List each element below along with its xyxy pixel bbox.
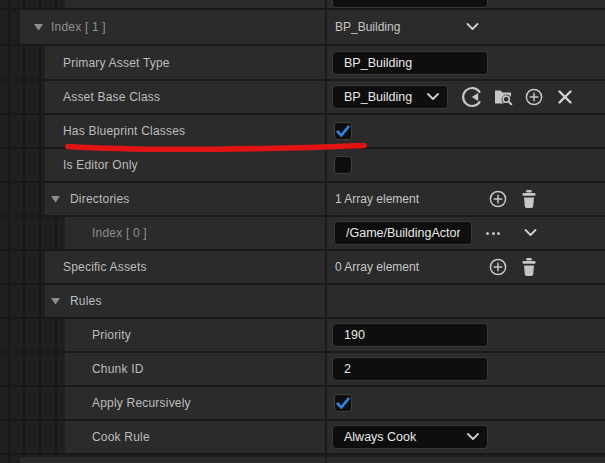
is-editor-only-checkbox[interactable] [334,156,352,174]
column-divider [325,149,327,181]
row-previous-partial [0,0,605,10]
chunk-id-label: Chunk ID [92,362,144,376]
cook-rule-label: Cook Rule [92,430,150,444]
column-divider [325,217,327,249]
row-specific-assets: Specific Assets 0 Array element [0,251,605,285]
asset-base-class-label: Asset Base Class [63,90,160,104]
column-divider [325,183,327,215]
directories-count: 1 Array element [335,192,419,206]
delete-elements-icon[interactable] [519,257,539,278]
chevron-down-icon [427,93,439,101]
apply-recursively-label: Apply Recursively [92,396,191,410]
cook-rule-value: Always Cook [344,430,416,444]
asset-base-class-combo[interactable]: BP_Building [332,85,448,109]
add-element-icon[interactable] [488,189,508,209]
column-divider [325,387,327,419]
primary-asset-type-label: Primary Asset Type [63,56,170,70]
checkmark-icon [336,397,350,410]
expander-icon[interactable] [33,22,44,32]
row-chunk-id: Chunk ID [0,353,605,387]
row-has-blueprint-classes: Has Blueprint Classes [0,115,605,149]
primary-asset-type-input[interactable] [332,51,488,75]
chevron-down-icon [466,23,479,32]
directory-path-input[interactable] [334,221,472,245]
expander-icon[interactable] [50,194,61,204]
index-1-type-value[interactable]: BP_Building [335,20,400,34]
has-blueprint-classes-label: Has Blueprint Classes [63,124,185,138]
chevron-down-icon [524,229,537,238]
rules-label: Rules [70,294,102,308]
apply-recursively-checkbox[interactable] [334,394,352,412]
row-next-partial [0,457,605,463]
priority-input[interactable] [332,323,488,347]
cook-rule-dropdown[interactable]: Always Cook [332,425,488,449]
column-divider [325,353,327,385]
specific-assets-label: Specific Assets [63,260,147,274]
row-index-1: Index [ 1 ] BP_Building [0,10,605,46]
checkmark-icon [336,125,350,138]
use-selected-asset-icon[interactable] [461,86,483,108]
add-element-icon[interactable] [488,257,508,277]
column-divider [325,251,327,283]
index-1-dropdown[interactable] [466,23,479,32]
element-dropdown[interactable] [524,229,537,238]
directories-label: Directories [70,192,130,206]
row-primary-asset-type: Primary Asset Type [0,46,605,81]
row-index-0: Index [ 0 ] [0,217,605,251]
more-options-icon[interactable] [483,222,503,244]
column-divider [325,457,327,463]
row-apply-recursively: Apply Recursively [0,387,605,421]
chunk-id-input[interactable] [332,357,488,381]
column-divider [325,10,327,44]
row-is-editor-only: Is Editor Only [0,149,605,183]
asset-base-class-value: BP_Building [344,90,412,104]
column-divider [325,319,327,351]
column-divider [325,0,327,8]
is-editor-only-label: Is Editor Only [63,158,138,172]
specific-assets-count: 0 Array element [335,260,419,274]
column-divider [325,421,327,453]
previous-dropdown-partial[interactable] [332,0,488,8]
column-divider [325,81,327,113]
column-divider [325,115,327,147]
row-rules: Rules [0,285,605,319]
expander-icon[interactable] [50,296,61,306]
has-blueprint-classes-checkbox[interactable] [334,122,352,140]
row-priority: Priority [0,319,605,353]
browse-asset-icon[interactable] [492,86,514,108]
clear-icon[interactable] [554,86,576,108]
row-asset-base-class: Asset Base Class BP_Building [0,81,605,115]
index-0-label: Index [ 0 ] [92,226,147,240]
chevron-down-icon [467,433,479,441]
index-1-label: Index [ 1 ] [51,20,106,34]
column-divider [325,285,327,317]
delete-elements-icon[interactable] [519,189,539,210]
column-divider [325,46,327,79]
row-cook-rule: Cook Rule Always Cook [0,421,605,455]
add-class-icon[interactable] [523,86,545,108]
priority-label: Priority [92,328,131,342]
row-directories: Directories 1 Array element [0,183,605,217]
details-panel: Index [ 1 ] BP_Building Primary Asset Ty… [0,0,605,463]
